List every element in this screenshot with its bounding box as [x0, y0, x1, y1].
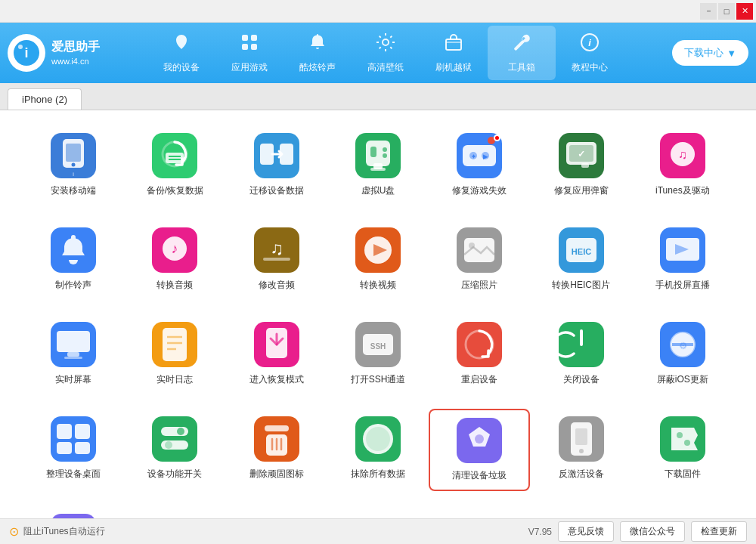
- tool-item-device-function[interactable]: 设备功能开关: [124, 409, 225, 491]
- minimize-button[interactable]: －: [700, 3, 717, 20]
- tool-icon-block-ios-update: ⚙: [660, 322, 705, 367]
- tool-item-access-limit[interactable]: 访问限制: [23, 506, 124, 518]
- tool-item-phone-screen-live[interactable]: 手机投屏直播: [632, 220, 733, 299]
- nav-item-cool-ringtone[interactable]: 酷炫铃声: [284, 26, 352, 80]
- logo-area: i 爱思助手 www.i4.cn: [8, 34, 106, 72]
- tool-icon-fix-app-popup: ✓: [559, 133, 604, 178]
- nav-item-my-device[interactable]: 我的设备: [147, 26, 215, 80]
- tool-icon-convert-heic: HEIC: [559, 227, 604, 273]
- nav-icon-hd-wallpaper: [375, 32, 396, 58]
- tool-item-clean-device-junk[interactable]: 清理设备垃圾: [429, 409, 530, 491]
- tool-item-recovery-mode[interactable]: 进入恢复模式: [226, 314, 327, 394]
- wechat-btn[interactable]: 微信公众号: [620, 521, 685, 542]
- tool-label-block-ios-update: 屏蔽iOS更新: [657, 373, 708, 386]
- svg-point-2: [18, 45, 23, 49]
- main-content: i 安装移动端 备份/恢复数据 迁移设备数据 虚拟U盘 ✦▶ 修复游戏失效 ✓: [0, 110, 756, 518]
- tool-item-backup-restore[interactable]: 备份/恢复数据: [124, 125, 225, 205]
- svg-rect-87: [75, 424, 90, 439]
- svg-rect-107: [575, 428, 587, 445]
- tool-icon-device-function: [152, 416, 197, 462]
- tool-item-realtime-screen[interactable]: 实时屏幕: [23, 314, 124, 394]
- feedback-btn[interactable]: 意见反馈: [558, 521, 614, 542]
- nav-item-flash-jailbreak[interactable]: 刷机越狱: [420, 26, 488, 80]
- status-left: ⊙ 阻止iTunes自动运行: [9, 524, 105, 539]
- svg-text:✦: ✦: [471, 153, 476, 160]
- tool-item-download-firmware[interactable]: 下载固件: [632, 409, 733, 491]
- tool-item-make-ringtone[interactable]: 制作铃声: [23, 220, 124, 299]
- tool-icon-download-firmware: [660, 416, 705, 462]
- tab-iphone[interactable]: iPhone (2): [8, 88, 82, 110]
- nav-icon-app-game: [239, 32, 260, 58]
- tool-label-backup-restore: 备份/恢复数据: [147, 184, 203, 197]
- tool-item-block-ios-update[interactable]: ⚙ 屏蔽iOS更新: [632, 314, 733, 394]
- nav-label-cool-ringtone: 酷炫铃声: [299, 61, 336, 74]
- tool-icon-phone-screen-live: [660, 227, 705, 273]
- tool-icon-shutdown-device: [559, 322, 604, 367]
- svg-text:♫: ♫: [678, 148, 687, 161]
- close-button[interactable]: ✕: [736, 3, 753, 20]
- svg-rect-67: [64, 357, 82, 359]
- tool-item-shutdown-device[interactable]: 关闭设备: [530, 314, 631, 394]
- tool-icon-recovery-mode: [254, 322, 299, 367]
- nav-items: 我的设备 应用游戏 酷炫铃声 高清壁纸 刷机越狱 工具箱 i 教程中心: [106, 26, 665, 80]
- tool-label-migrate-device: 迁移设备数据: [249, 184, 304, 197]
- tool-item-convert-video[interactable]: 转换视频: [327, 220, 429, 299]
- tool-label-fix-app-popup: 修复应用弹窗: [554, 184, 609, 197]
- tool-item-edit-audio[interactable]: ♫ 修改音频: [226, 220, 327, 299]
- tool-item-install-mobile[interactable]: i 安装移动端: [23, 125, 124, 205]
- nav-item-toolbox[interactable]: 工具箱: [488, 26, 556, 80]
- svg-rect-65: [57, 331, 90, 352]
- svg-rect-26: [370, 168, 386, 171]
- nav-label-toolbox: 工具箱: [508, 61, 535, 74]
- tool-icon-access-limit: [51, 514, 96, 518]
- nav-label-app-game: 应用游戏: [231, 61, 268, 74]
- tool-label-edit-audio: 修改音频: [259, 279, 295, 292]
- svg-point-14: [72, 163, 76, 167]
- tool-item-migrate-device[interactable]: 迁移设备数据: [226, 125, 327, 205]
- svg-rect-13: [66, 144, 81, 162]
- svg-rect-17: [166, 153, 184, 163]
- tool-item-realtime-log[interactable]: 实时日志: [124, 314, 225, 394]
- nav-item-app-game[interactable]: 应用游戏: [215, 26, 284, 80]
- maximize-button[interactable]: □: [718, 3, 735, 20]
- tool-label-open-ssh: 打开SSH通道: [351, 373, 406, 386]
- tool-icon-install-mobile: i: [51, 133, 96, 178]
- tool-item-delete-stubborn-icon[interactable]: 删除顽固图标: [226, 409, 327, 491]
- tool-label-download-firmware: 下载固件: [665, 468, 701, 481]
- svg-text:▶: ▶: [483, 153, 488, 160]
- tool-item-compress-photo[interactable]: 压缩照片: [429, 220, 530, 299]
- tool-icon-clean-device-junk: [457, 418, 502, 463]
- status-text: 阻止iTunes自动运行: [23, 525, 105, 538]
- svg-point-108: [579, 449, 584, 453]
- download-btn[interactable]: 下载中心 ▼: [672, 40, 748, 66]
- tool-item-wipe-all-data[interactable]: 抹除所有数据: [327, 409, 429, 491]
- nav-item-tutorial[interactable]: i 教程中心: [556, 26, 624, 80]
- tool-item-reboot-device[interactable]: 重启设备: [429, 314, 530, 394]
- tool-item-itunes-driver[interactable]: ♫ iTunes及驱动: [632, 125, 733, 205]
- svg-text:⚙: ⚙: [678, 341, 686, 351]
- download-arrow-icon: ▼: [727, 48, 736, 59]
- tool-item-convert-heic[interactable]: HEIC 转换HEIC图片: [530, 220, 631, 299]
- check-update-btn[interactable]: 检查更新: [691, 521, 747, 542]
- tool-item-virtual-udisk[interactable]: 虚拟U盘: [327, 125, 429, 205]
- tool-item-fix-app-popup[interactable]: ✓ 修复应用弹窗: [530, 125, 631, 205]
- nav-icon-my-device: [171, 32, 192, 58]
- tool-label-deactivate-device: 反激活设备: [559, 468, 604, 481]
- tool-label-virtual-udisk: 虚拟U盘: [361, 184, 395, 197]
- tool-item-fix-game[interactable]: ✦▶ 修复游戏失效: [429, 125, 530, 205]
- tool-label-shutdown-device: 关闭设备: [563, 373, 600, 386]
- tool-icon-organize-desktop: [51, 416, 96, 462]
- tool-item-organize-desktop[interactable]: 整理设备桌面: [23, 409, 124, 491]
- svg-point-94: [165, 441, 172, 449]
- tool-label-clean-device-junk: 清理设备垃圾: [452, 469, 507, 482]
- tool-label-convert-audio: 转换音频: [156, 279, 193, 292]
- tool-item-deactivate-device[interactable]: 反激活设备: [530, 409, 631, 491]
- svg-rect-27: [370, 147, 376, 157]
- nav-item-hd-wallpaper[interactable]: 高清壁纸: [352, 26, 420, 80]
- tool-icon-itunes-driver: ♫: [660, 133, 705, 178]
- tool-item-convert-audio[interactable]: ♪ 转换音频: [124, 220, 225, 299]
- tool-icon-backup-restore: [152, 133, 197, 178]
- tool-item-open-ssh[interactable]: SSH 打开SSH通道: [327, 314, 429, 394]
- svg-rect-51: [263, 258, 290, 261]
- tab-bar: iPhone (2): [0, 83, 756, 110]
